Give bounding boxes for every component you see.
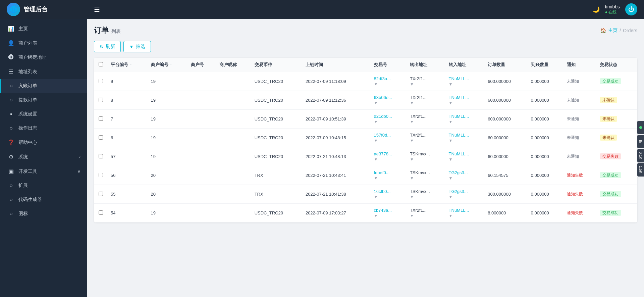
sidebar-item-incoming-orders[interactable]: ○ 入账订单	[0, 79, 87, 93]
from-expand-icon-5[interactable]: ▼	[410, 176, 442, 181]
checkbox-6[interactable]	[99, 192, 103, 196]
checkbox-1[interactable]	[99, 98, 103, 102]
tx-expand-icon-0[interactable]: ▼	[374, 82, 403, 87]
power-button[interactable]: ⏻	[625, 3, 637, 15]
to-expand-icon-2[interactable]: ▼	[449, 119, 481, 124]
to-addr-text-6[interactable]: TG2gs3...	[449, 189, 481, 194]
to-expand-icon-1[interactable]: ▼	[449, 101, 481, 105]
from-addr-text-2: TXr2f1...	[410, 114, 442, 119]
to-addr-text-5[interactable]: TG2gs3...	[449, 170, 481, 175]
row-checkbox-1[interactable]	[94, 91, 107, 110]
from-expand-icon-2[interactable]: ▼	[410, 119, 442, 124]
sidebar-item-extend[interactable]: ○ 扩展	[0, 179, 87, 193]
to-addr-text-4[interactable]: TNuMLL...	[449, 151, 481, 156]
side-widget-online[interactable]	[637, 121, 644, 134]
refresh-button[interactable]: ↻ 刷新	[94, 41, 121, 52]
cell-tx-id-2: d21db0... ▼	[371, 110, 407, 129]
from-expand-icon-3[interactable]: ▼	[410, 138, 442, 143]
tx-expand-icon-3[interactable]: ▼	[374, 138, 403, 143]
to-expand-icon-4[interactable]: ▼	[449, 157, 481, 162]
tx-id-text-2[interactable]: d21db0...	[374, 114, 403, 119]
cell-currency-1: USDC_TRC20	[251, 91, 302, 110]
to-addr-text-2[interactable]: TNuMLL...	[449, 114, 481, 119]
to-expand-icon-7[interactable]: ▼	[449, 213, 481, 218]
from-expand-icon-1[interactable]: ▼	[410, 101, 442, 105]
to-expand-icon-3[interactable]: ▼	[449, 138, 481, 143]
to-addr-text-7[interactable]: TNuMLL...	[449, 208, 481, 213]
table-row: 7 19 USDC_TRC20 2022-07-09 10:51:39 d21d…	[94, 110, 637, 129]
to-addr-text-0[interactable]: TNuMLL...	[449, 76, 481, 81]
row-checkbox-5[interactable]	[94, 166, 107, 185]
cell-chain-time-4: 2022-07-21 10:48:13	[302, 147, 371, 166]
cell-from-addr-6: TSKmvx... ▼	[407, 185, 445, 204]
tx-id-text-3[interactable]: 157f0d...	[374, 133, 403, 138]
tx-expand-icon-4[interactable]: ▼	[374, 157, 403, 162]
checkbox-5[interactable]	[99, 173, 103, 177]
theme-toggle-icon[interactable]: 🌙	[592, 6, 600, 13]
tx-id-text-1[interactable]: 63b06e...	[374, 95, 403, 100]
cell-status-6: 交易成功	[596, 185, 637, 204]
sidebar-item-icons[interactable]: ○ 图标	[0, 207, 87, 221]
tx-id-text-0[interactable]: 82df3a...	[374, 76, 403, 81]
row-checkbox-3[interactable]	[94, 129, 107, 147]
from-expand-icon-7[interactable]: ▼	[410, 213, 442, 218]
row-checkbox-0[interactable]	[94, 72, 107, 91]
sidebar-item-system[interactable]: ⚙ 系统 ‹	[0, 150, 87, 164]
tx-expand-icon-5[interactable]: ▼	[374, 176, 403, 181]
select-all-header[interactable]	[94, 58, 107, 72]
tx-expand-icon-7[interactable]: ▼	[374, 213, 403, 218]
from-expand-icon-0[interactable]: ▼	[410, 82, 442, 87]
sidebar-item-code-gen[interactable]: ○ 代码生成器	[0, 193, 87, 207]
cell-merchant-no-6	[187, 185, 216, 204]
col-currency: 交易币种	[251, 58, 302, 72]
tx-expand-icon-1[interactable]: ▼	[374, 101, 403, 105]
checkbox-0[interactable]	[99, 79, 103, 83]
from-expand-icon-4[interactable]: ▼	[410, 157, 442, 162]
sidebar-item-dev-tools[interactable]: ▣ 开发工具 ∨	[0, 164, 87, 179]
row-checkbox-4[interactable]	[94, 147, 107, 166]
to-expand-icon-0[interactable]: ▼	[449, 82, 481, 87]
sidebar-item-withdrawal-orders[interactable]: ○ 提款订单	[0, 93, 87, 107]
sort-platform-id-icon[interactable]: ↑	[130, 63, 132, 67]
sidebar-label-extend: 扩展	[18, 183, 80, 189]
from-expand-icon-6[interactable]: ▼	[410, 195, 442, 199]
tx-expand-icon-2[interactable]: ▼	[374, 119, 403, 124]
cell-chain-time-6: 2022-07-21 10:41:38	[302, 185, 371, 204]
sort-merchant-id-icon[interactable]: ↑	[170, 63, 172, 67]
select-all-checkbox[interactable]	[99, 62, 103, 66]
to-addr-text-3[interactable]: TNuMLL...	[449, 133, 481, 138]
tx-id-text-5[interactable]: fdbef0...	[374, 170, 403, 175]
col-to-addr: 转入地址	[445, 58, 485, 72]
tx-id-text-6[interactable]: 16cfb0...	[374, 189, 403, 194]
tx-id-text-4[interactable]: ae3778...	[374, 151, 403, 156]
breadcrumb-home[interactable]: 主页	[608, 28, 618, 34]
checkbox-3[interactable]	[99, 135, 103, 140]
side-widget-stat2[interactable]: 0.1K	[637, 149, 644, 162]
side-widget-stat1[interactable]: Ih	[637, 135, 644, 148]
row-checkbox-7[interactable]	[94, 204, 107, 222]
tx-expand-icon-6[interactable]: ▼	[374, 195, 403, 199]
row-checkbox-2[interactable]	[94, 110, 107, 129]
sidebar-item-help-center[interactable]: ❓ 帮助中心	[0, 135, 87, 150]
sidebar-item-merchants[interactable]: 👤 商户列表	[0, 36, 87, 50]
to-expand-icon-6[interactable]: ▼	[449, 195, 481, 199]
cell-currency-5: TRX	[251, 166, 302, 185]
sidebar-item-operation-log[interactable]: ○ 操作日志	[0, 121, 87, 135]
tx-id-text-7[interactable]: cb743a...	[374, 208, 403, 213]
cell-merchant-name-0	[216, 72, 251, 91]
to-expand-icon-5[interactable]: ▼	[449, 176, 481, 181]
row-checkbox-6[interactable]	[94, 185, 107, 204]
sidebar-item-dashboard[interactable]: 📊 主页	[0, 21, 87, 36]
online-dot	[639, 126, 642, 129]
side-widget-stat3[interactable]: 1.5K	[637, 163, 644, 177]
filter-button[interactable]: ▼ 筛选	[123, 41, 151, 52]
checkbox-7[interactable]	[99, 210, 103, 215]
menu-toggle-icon[interactable]: ☰	[94, 5, 592, 13]
checkbox-2[interactable]	[99, 116, 103, 121]
sidebar-item-address-list[interactable]: ☰ 地址列表	[0, 64, 87, 79]
cell-currency-2: USDC_TRC20	[251, 110, 302, 129]
to-addr-text-1[interactable]: TNuMLL...	[449, 95, 481, 100]
sidebar-item-system-settings[interactable]: ▪ 系统设置	[0, 107, 87, 121]
sidebar-item-bind-address[interactable]: 🅐 商户绑定地址	[0, 50, 87, 64]
checkbox-4[interactable]	[99, 154, 103, 158]
